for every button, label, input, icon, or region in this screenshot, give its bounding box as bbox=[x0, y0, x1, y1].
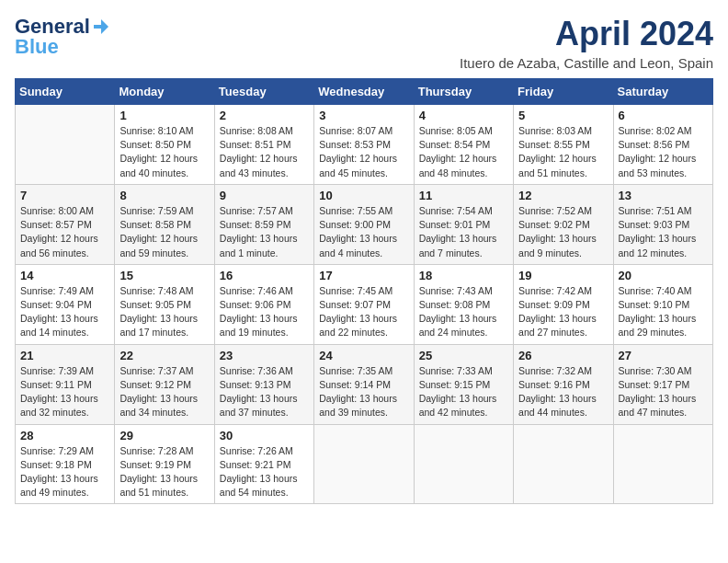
day-number: 12 bbox=[518, 189, 608, 202]
calendar-week-row: 1Sunrise: 8:10 AMSunset: 8:50 PMDaylight… bbox=[16, 105, 713, 185]
calendar-cell: 20Sunrise: 7:40 AMSunset: 9:10 PMDayligh… bbox=[613, 264, 712, 344]
month-title: April 2024 bbox=[460, 15, 713, 53]
calendar-cell: 9Sunrise: 7:57 AMSunset: 8:59 PMDaylight… bbox=[214, 184, 313, 264]
calendar-cell: 10Sunrise: 7:55 AMSunset: 9:00 PMDayligh… bbox=[314, 184, 414, 264]
day-info: Sunrise: 7:48 AMSunset: 9:05 PMDaylight:… bbox=[119, 284, 209, 340]
day-number: 22 bbox=[119, 349, 209, 362]
day-info: Sunrise: 7:57 AMSunset: 8:59 PMDaylight:… bbox=[220, 204, 309, 260]
day-number: 3 bbox=[319, 109, 408, 122]
day-info: Sunrise: 8:07 AMSunset: 8:53 PMDaylight:… bbox=[319, 124, 408, 180]
day-number: 9 bbox=[220, 189, 309, 202]
day-info: Sunrise: 7:33 AMSunset: 9:15 PMDaylight:… bbox=[419, 364, 508, 420]
day-number: 24 bbox=[319, 349, 408, 362]
calendar-cell: 21Sunrise: 7:39 AMSunset: 9:11 PMDayligh… bbox=[16, 344, 115, 424]
calendar-cell bbox=[514, 424, 613, 504]
day-info: Sunrise: 8:00 AMSunset: 8:57 PMDaylight:… bbox=[20, 204, 109, 260]
day-info: Sunrise: 7:55 AMSunset: 9:00 PMDaylight:… bbox=[319, 204, 408, 260]
day-header-monday: Monday bbox=[115, 79, 214, 105]
calendar-cell: 22Sunrise: 7:37 AMSunset: 9:12 PMDayligh… bbox=[115, 344, 214, 424]
day-info: Sunrise: 8:05 AMSunset: 8:54 PMDaylight:… bbox=[419, 124, 508, 180]
calendar-cell: 16Sunrise: 7:46 AMSunset: 9:06 PMDayligh… bbox=[214, 264, 313, 344]
day-info: Sunrise: 8:02 AMSunset: 8:56 PMDaylight:… bbox=[619, 124, 708, 180]
day-info: Sunrise: 7:40 AMSunset: 9:10 PMDaylight:… bbox=[619, 284, 708, 340]
day-info: Sunrise: 7:46 AMSunset: 9:06 PMDaylight:… bbox=[220, 284, 309, 340]
day-number: 10 bbox=[319, 189, 408, 202]
location-text: Ituero de Azaba, Castille and Leon, Spai… bbox=[460, 55, 713, 71]
calendar-cell: 25Sunrise: 7:33 AMSunset: 9:15 PMDayligh… bbox=[414, 344, 513, 424]
calendar-cell bbox=[414, 424, 513, 504]
day-number: 7 bbox=[20, 189, 109, 202]
day-number: 2 bbox=[220, 109, 309, 122]
day-header-tuesday: Tuesday bbox=[214, 79, 313, 105]
calendar-cell: 23Sunrise: 7:36 AMSunset: 9:13 PMDayligh… bbox=[214, 344, 313, 424]
calendar-cell: 13Sunrise: 7:51 AMSunset: 9:03 PMDayligh… bbox=[613, 184, 712, 264]
day-info: Sunrise: 7:51 AMSunset: 9:03 PMDaylight:… bbox=[619, 204, 708, 260]
calendar-cell bbox=[613, 424, 712, 504]
day-info: Sunrise: 7:37 AMSunset: 9:12 PMDaylight:… bbox=[119, 364, 209, 420]
calendar-cell: 29Sunrise: 7:28 AMSunset: 9:19 PMDayligh… bbox=[115, 424, 214, 504]
day-number: 8 bbox=[119, 189, 209, 202]
calendar-cell: 2Sunrise: 8:08 AMSunset: 8:51 PMDaylight… bbox=[214, 105, 313, 185]
day-number: 17 bbox=[319, 269, 408, 282]
day-number: 19 bbox=[518, 269, 608, 282]
page-header: General Blue April 2024 Ituero de Azaba,… bbox=[15, 15, 713, 71]
day-header-thursday: Thursday bbox=[414, 79, 513, 105]
day-number: 23 bbox=[220, 349, 309, 362]
day-number: 5 bbox=[518, 109, 608, 122]
calendar-week-row: 21Sunrise: 7:39 AMSunset: 9:11 PMDayligh… bbox=[16, 344, 713, 424]
day-number: 11 bbox=[419, 189, 508, 202]
calendar-cell: 30Sunrise: 7:26 AMSunset: 9:21 PMDayligh… bbox=[214, 424, 313, 504]
day-info: Sunrise: 7:39 AMSunset: 9:11 PMDaylight:… bbox=[20, 364, 109, 420]
day-info: Sunrise: 8:08 AMSunset: 8:51 PMDaylight:… bbox=[220, 124, 309, 180]
calendar-cell bbox=[16, 105, 115, 185]
day-number: 20 bbox=[619, 269, 708, 282]
day-info: Sunrise: 7:32 AMSunset: 9:16 PMDaylight:… bbox=[518, 364, 608, 420]
calendar-cell: 5Sunrise: 8:03 AMSunset: 8:55 PMDaylight… bbox=[514, 105, 613, 185]
day-info: Sunrise: 7:28 AMSunset: 9:19 PMDaylight:… bbox=[119, 444, 209, 500]
calendar-header-row: SundayMondayTuesdayWednesdayThursdayFrid… bbox=[16, 79, 713, 105]
calendar-cell: 24Sunrise: 7:35 AMSunset: 9:14 PMDayligh… bbox=[314, 344, 414, 424]
day-header-saturday: Saturday bbox=[613, 79, 712, 105]
day-info: Sunrise: 7:35 AMSunset: 9:14 PMDaylight:… bbox=[319, 364, 408, 420]
calendar-cell: 8Sunrise: 7:59 AMSunset: 8:58 PMDaylight… bbox=[115, 184, 214, 264]
calendar-cell: 26Sunrise: 7:32 AMSunset: 9:16 PMDayligh… bbox=[514, 344, 613, 424]
day-number: 6 bbox=[619, 109, 708, 122]
calendar-week-row: 14Sunrise: 7:49 AMSunset: 9:04 PMDayligh… bbox=[16, 264, 713, 344]
day-info: Sunrise: 7:29 AMSunset: 9:18 PMDaylight:… bbox=[20, 444, 109, 500]
day-number: 27 bbox=[619, 349, 708, 362]
day-number: 14 bbox=[20, 269, 109, 282]
day-number: 29 bbox=[119, 429, 209, 442]
day-info: Sunrise: 7:26 AMSunset: 9:21 PMDaylight:… bbox=[220, 444, 309, 500]
calendar-cell: 12Sunrise: 7:52 AMSunset: 9:02 PMDayligh… bbox=[514, 184, 613, 264]
day-number: 30 bbox=[220, 429, 309, 442]
day-number: 28 bbox=[20, 429, 109, 442]
calendar-cell: 7Sunrise: 8:00 AMSunset: 8:57 PMDaylight… bbox=[16, 184, 115, 264]
day-number: 13 bbox=[619, 189, 708, 202]
calendar-cell: 28Sunrise: 7:29 AMSunset: 9:18 PMDayligh… bbox=[16, 424, 115, 504]
day-info: Sunrise: 7:45 AMSunset: 9:07 PMDaylight:… bbox=[319, 284, 408, 340]
calendar-cell: 1Sunrise: 8:10 AMSunset: 8:50 PMDaylight… bbox=[115, 105, 214, 185]
day-info: Sunrise: 7:36 AMSunset: 9:13 PMDaylight:… bbox=[220, 364, 309, 420]
day-info: Sunrise: 8:03 AMSunset: 8:55 PMDaylight:… bbox=[518, 124, 608, 180]
logo: General Blue bbox=[15, 15, 110, 59]
calendar-cell: 15Sunrise: 7:48 AMSunset: 9:05 PMDayligh… bbox=[115, 264, 214, 344]
day-info: Sunrise: 8:10 AMSunset: 8:50 PMDaylight:… bbox=[119, 124, 209, 180]
calendar-cell: 11Sunrise: 7:54 AMSunset: 9:01 PMDayligh… bbox=[414, 184, 513, 264]
calendar-week-row: 28Sunrise: 7:29 AMSunset: 9:18 PMDayligh… bbox=[16, 424, 713, 504]
calendar-cell: 14Sunrise: 7:49 AMSunset: 9:04 PMDayligh… bbox=[16, 264, 115, 344]
logo-blue: Blue bbox=[15, 35, 59, 59]
calendar-cell: 19Sunrise: 7:42 AMSunset: 9:09 PMDayligh… bbox=[514, 264, 613, 344]
day-number: 25 bbox=[419, 349, 508, 362]
calendar-cell: 18Sunrise: 7:43 AMSunset: 9:08 PMDayligh… bbox=[414, 264, 513, 344]
day-number: 26 bbox=[518, 349, 608, 362]
calendar-table: SundayMondayTuesdayWednesdayThursdayFrid… bbox=[15, 78, 713, 504]
calendar-week-row: 7Sunrise: 8:00 AMSunset: 8:57 PMDaylight… bbox=[16, 184, 713, 264]
calendar-cell: 27Sunrise: 7:30 AMSunset: 9:17 PMDayligh… bbox=[613, 344, 712, 424]
calendar-cell bbox=[314, 424, 414, 504]
day-number: 15 bbox=[119, 269, 209, 282]
day-info: Sunrise: 7:42 AMSunset: 9:09 PMDaylight:… bbox=[518, 284, 608, 340]
title-area: April 2024 Ituero de Azaba, Castille and… bbox=[460, 15, 713, 71]
day-header-sunday: Sunday bbox=[16, 79, 115, 105]
day-number: 1 bbox=[119, 109, 209, 122]
day-number: 16 bbox=[220, 269, 309, 282]
